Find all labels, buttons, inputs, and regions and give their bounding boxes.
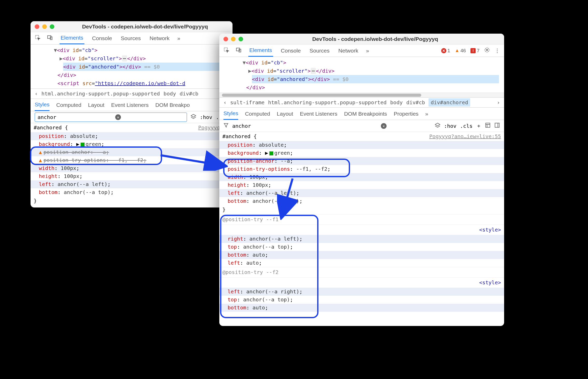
new-rule-icon[interactable]: ＋ xyxy=(476,122,481,129)
filter-input[interactable] xyxy=(38,114,115,120)
tab-network[interactable]: Network xyxy=(149,33,171,44)
zoom-icon[interactable] xyxy=(238,37,243,41)
warning-icon: ▲ xyxy=(39,157,42,163)
traffic-lights xyxy=(35,24,54,29)
device-icon[interactable] xyxy=(47,35,53,42)
styles-pane: #anchored {Pogyyyq?ano…iew=live:55 posit… xyxy=(219,132,504,312)
tab-computed[interactable]: Computed xyxy=(56,102,81,108)
panel-icon[interactable] xyxy=(494,122,500,129)
filter-row: ✕ :hov .cls xyxy=(31,111,233,123)
traffic-lights xyxy=(223,37,243,41)
crumb-divcb[interactable]: div#cb xyxy=(406,99,425,106)
more-tabs-icon[interactable]: » xyxy=(366,48,369,54)
tab-computed[interactable]: Computed xyxy=(245,111,270,117)
at-rule-header[interactable]: @position-try --f2 xyxy=(219,267,504,278)
window-title: DevTools - codepen.io/web-dot-dev/live/P… xyxy=(250,36,500,42)
close-icon[interactable] xyxy=(223,37,228,41)
funnel-icon[interactable] xyxy=(223,123,229,129)
issue-count[interactable]: !7 xyxy=(470,48,480,54)
tab-layout[interactable]: Layout xyxy=(277,111,293,117)
devtools-window-after: DevTools - codepen.io/web-dot-dev/live/P… xyxy=(219,34,504,326)
svg-rect-7 xyxy=(486,123,490,128)
crumb-divcb[interactable]: div#cb xyxy=(180,91,198,97)
zoom-icon[interactable] xyxy=(50,24,54,29)
source-link[interactable]: <style> xyxy=(219,278,504,288)
tab-elements[interactable]: Elements xyxy=(60,32,84,44)
main-tabs: Elements Console Sources Network » xyxy=(31,32,233,44)
svg-point-6 xyxy=(486,49,488,51)
inspect-icon[interactable] xyxy=(223,47,229,54)
tab-console[interactable]: Console xyxy=(91,33,113,44)
svg-rect-8 xyxy=(495,123,499,128)
computed-sidebar-icon[interactable] xyxy=(485,122,491,129)
minimize-icon[interactable] xyxy=(42,24,47,29)
crumb-body[interactable]: body xyxy=(164,91,176,97)
filter-input[interactable] xyxy=(232,123,310,129)
device-icon[interactable] xyxy=(236,47,242,54)
at-rule-header[interactable]: @position-try --f1 xyxy=(219,214,504,225)
kebab-icon[interactable]: ⋮ xyxy=(495,48,500,54)
crumb-html[interactable]: html.anchoring-support.popup-supported xyxy=(268,99,387,106)
layers-icon[interactable] xyxy=(191,114,196,121)
cls-toggle[interactable]: .cls xyxy=(460,123,473,129)
clear-filter-icon[interactable]: ✕ xyxy=(115,114,121,120)
window-title: DevTools - codepen.io/web-dot-dev/live/P… xyxy=(62,24,228,30)
tab-sources[interactable]: Sources xyxy=(120,33,142,44)
warning-count[interactable]: ▲46 xyxy=(455,48,466,54)
devtools-window-before: DevTools - codepen.io/web-dot-dev/live/P… xyxy=(31,21,233,207)
titlebar[interactable]: DevTools - codepen.io/web-dot-dev/live/P… xyxy=(219,34,504,44)
crumb-body[interactable]: body xyxy=(390,99,403,106)
hov-toggle[interactable]: :hov xyxy=(200,114,212,120)
layers-icon[interactable] xyxy=(435,122,440,129)
close-icon[interactable] xyxy=(35,24,39,29)
tab-dombp[interactable]: DOM Breakpo xyxy=(155,102,190,108)
filter-input-wrap: ✕ xyxy=(35,113,187,122)
style-tabs: Styles Computed Layout Event Listeners D… xyxy=(31,99,233,111)
titlebar[interactable]: DevTools - codepen.io/web-dot-dev/live/P… xyxy=(31,21,233,32)
source-link[interactable]: <style> xyxy=(219,225,504,235)
tab-network[interactable]: Network xyxy=(337,45,359,56)
more-tabs-icon[interactable]: » xyxy=(425,111,428,117)
main-tabs: Elements Console Sources Network » ✕1 ▲4… xyxy=(219,44,504,57)
source-link[interactable]: Pogyyyq?ano…iew=live:55 xyxy=(429,132,501,140)
style-tabs: Styles Computed Layout Event Listeners D… xyxy=(219,108,504,120)
tab-listeners[interactable]: Event Listeners xyxy=(300,111,337,117)
tab-styles[interactable]: Styles xyxy=(35,99,49,111)
more-tabs-icon[interactable]: » xyxy=(177,35,180,41)
tab-props[interactable]: Properties xyxy=(394,111,419,117)
crumb-anchored[interactable]: div#anchored xyxy=(429,98,470,107)
tab-layout[interactable]: Layout xyxy=(88,102,104,108)
filter-row: ✕ :hov .cls ＋ xyxy=(219,120,504,132)
warning-icon: ▲ xyxy=(39,149,42,155)
crumb-html[interactable]: html.anchoring-support.popup-supported xyxy=(41,91,160,97)
tab-dombp[interactable]: DOM Breakpoints xyxy=(344,111,387,117)
tab-sources[interactable]: Sources xyxy=(309,45,331,56)
breadcrumb[interactable]: ‹ sult-iframe html.anchoring-support.pop… xyxy=(219,97,504,108)
inspect-icon[interactable] xyxy=(35,35,40,42)
error-count[interactable]: ✕1 xyxy=(441,48,450,54)
hov-toggle[interactable]: :hov xyxy=(444,123,456,129)
tab-styles[interactable]: Styles xyxy=(223,108,238,120)
dom-tree[interactable]: ▼<div id="cb"> ▶<div id="scroller">⋯</di… xyxy=(219,57,504,93)
tab-console[interactable]: Console xyxy=(280,45,302,56)
dom-tree[interactable]: ▼<div id="cb"> ▶<div id="scroller">⋯</di… xyxy=(31,44,233,88)
color-swatch[interactable] xyxy=(269,151,273,155)
color-swatch[interactable] xyxy=(81,143,85,147)
horizontal-scrollbar[interactable] xyxy=(219,93,504,97)
tab-listeners[interactable]: Event Listeners xyxy=(111,102,149,108)
clear-filter-icon[interactable]: ✕ xyxy=(381,123,387,129)
tab-elements[interactable]: Elements xyxy=(248,44,273,57)
breadcrumb[interactable]: ‹ html.anchoring-support.popup-supported… xyxy=(31,88,233,99)
minimize-icon[interactable] xyxy=(231,37,236,41)
crumb-iframe[interactable]: sult-iframe xyxy=(230,99,264,106)
styles-pane: #anchored {Pogyyyq?an position: absolute… xyxy=(31,123,233,205)
gear-icon[interactable] xyxy=(484,47,490,54)
